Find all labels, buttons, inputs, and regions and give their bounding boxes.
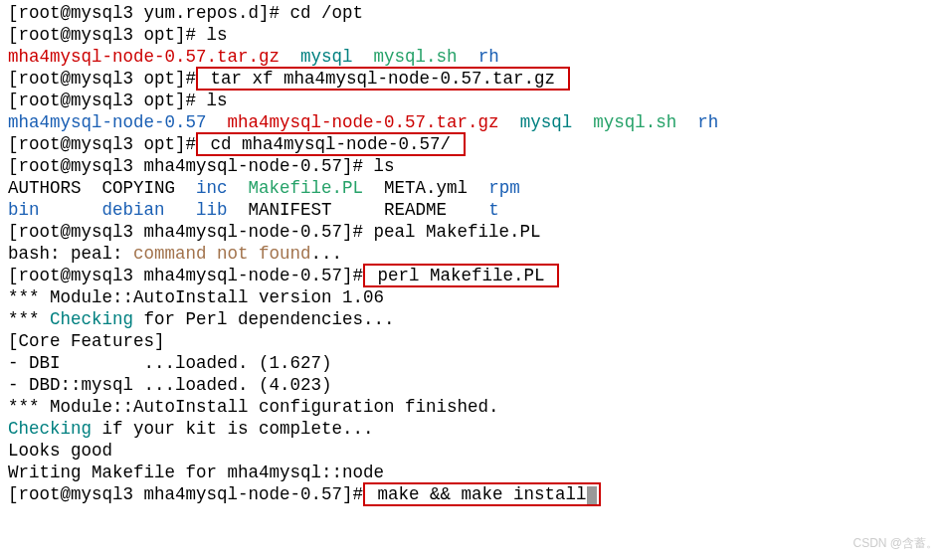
terminal-line: [root@mysql3 opt]# ls <box>8 24 940 46</box>
checking-text: Checking <box>50 309 133 329</box>
file-sh: mysql.sh <box>593 112 676 132</box>
terminal-line: [Core Features] <box>8 330 940 352</box>
file-tar: mha4mysql-node-0.57.tar.gz <box>8 47 280 67</box>
highlighted-command: tar xf mha4mysql-node-0.57.tar.gz <box>196 67 570 91</box>
watermark: CSDN @含蓄。 <box>853 532 938 554</box>
dir-debian: debian <box>102 200 165 220</box>
terminal-line: - DBI ...loaded. (1.627) <box>8 352 940 374</box>
terminal-line: *** Module::AutoInstall version 1.06 <box>8 286 940 308</box>
terminal-line: *** Module::AutoInstall configuration fi… <box>8 396 940 418</box>
terminal-line: [root@mysql3 opt]# cd mha4mysql-node-0.5… <box>8 133 940 155</box>
terminal-line: bash: peal: command not found... <box>8 243 940 265</box>
dir-mha: mha4mysql-node-0.57 <box>8 112 207 132</box>
terminal-line: bin debian lib MANIFEST README t <box>8 199 940 221</box>
checking-text: Checking <box>8 419 92 439</box>
dir-mysql: mysql <box>520 112 573 132</box>
terminal-line: [root@mysql3 mha4mysql-node-0.57]# make … <box>8 483 940 505</box>
file-sh: mysql.sh <box>374 47 458 67</box>
dir-bin: bin <box>8 200 40 220</box>
terminal-line: - DBD::mysql ...loaded. (4.023) <box>8 374 940 396</box>
cursor <box>587 486 597 504</box>
terminal-line: [root@mysql3 mha4mysql-node-0.57]# ls <box>8 155 940 177</box>
terminal-line: [root@mysql3 opt]# ls <box>8 90 940 111</box>
terminal-line: [root@mysql3 mha4mysql-node-0.57]# peal … <box>8 221 940 243</box>
terminal-line: [root@mysql3 yum.repos.d]# cd /opt <box>8 2 940 24</box>
highlighted-command: cd mha4mysql-node-0.57/ <box>196 132 466 156</box>
dir-lib: lib <box>196 200 228 220</box>
terminal-line: mha4mysql-node-0.57.tar.gz mysql mysql.s… <box>8 46 940 68</box>
terminal-line: Writing Makefile for mha4mysql::node <box>8 462 940 483</box>
terminal-output[interactable]: [root@mysql3 yum.repos.d]# cd /opt[root@… <box>0 0 948 507</box>
dir-rh: rh <box>697 112 718 132</box>
file-tar: mha4mysql-node-0.57.tar.gz <box>228 112 499 132</box>
terminal-line: mha4mysql-node-0.57 mha4mysql-node-0.57.… <box>8 111 940 133</box>
terminal-line: Checking if your kit is complete... <box>8 418 940 440</box>
highlighted-command: make && make install <box>363 482 601 506</box>
dir-t: t <box>488 200 499 220</box>
dir-mysql: mysql <box>300 47 353 67</box>
dir-rpm: rpm <box>488 178 520 198</box>
error-text: command not found <box>133 244 311 264</box>
terminal-line: Looks good <box>8 440 940 462</box>
dir-inc: inc <box>196 178 228 198</box>
file-makefile: Makefile.PL <box>249 178 364 198</box>
dir-rh: rh <box>478 47 499 67</box>
highlighted-command: perl Makefile.PL <box>363 264 559 287</box>
terminal-line: AUTHORS COPYING inc Makefile.PL META.yml… <box>8 177 940 199</box>
terminal-line: [root@mysql3 mha4mysql-node-0.57]# perl … <box>8 265 940 286</box>
terminal-line: [root@mysql3 opt]# tar xf mha4mysql-node… <box>8 68 940 90</box>
terminal-line: *** Checking for Perl dependencies... <box>8 308 940 330</box>
